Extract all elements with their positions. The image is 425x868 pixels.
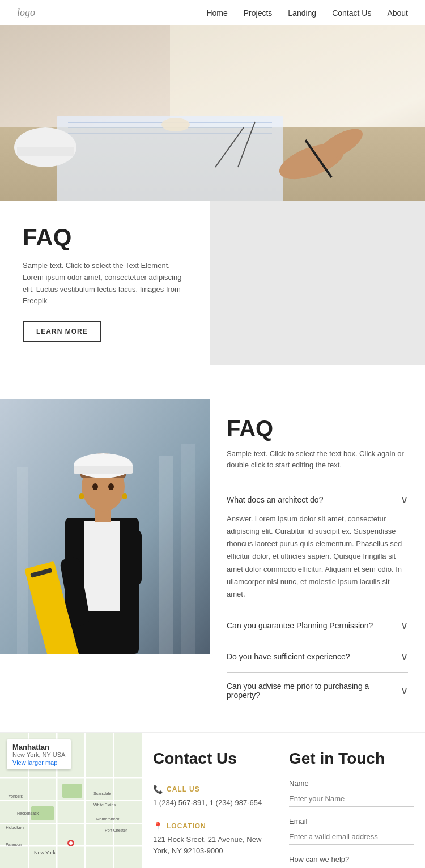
message-field-group: How can we help? — [289, 855, 414, 868]
faq-question-4[interactable]: Can you advise me prior to purchasing a … — [227, 682, 408, 700]
map-container: New York Hoboken White Plains Yonkers Ha… — [0, 733, 142, 868]
svg-rect-17 — [159, 456, 173, 654]
faq-question-4-text: Can you advise me prior to purchasing a … — [227, 682, 401, 700]
faq-item-3: Do you have sufficient experience? ∨ — [227, 641, 408, 672]
faq-chevron-4: ∨ — [401, 684, 408, 697]
nav-contact[interactable]: Contact Us — [332, 8, 371, 18]
svg-rect-6 — [68, 133, 272, 134]
svg-text:Paterson: Paterson — [6, 843, 22, 846]
map-label: Manhattan New York, NY USA View larger m… — [7, 739, 71, 769]
svg-rect-46 — [62, 784, 82, 798]
navigation: logo Home Projects Landing Contact Us Ab… — [0, 0, 425, 25]
faq-chevron-2: ∨ — [401, 619, 408, 632]
name-input[interactable] — [289, 791, 414, 807]
faq-item-4: Can you advise me prior to purchasing a … — [227, 672, 408, 709]
faq-item-1: What does an architect do? ∨ Answer. Lor… — [227, 484, 408, 610]
svg-point-35 — [122, 493, 128, 499]
svg-text:Hackensack: Hackensack — [17, 811, 39, 815]
faq2-image-panel — [0, 399, 210, 709]
email-field-group: Email — [289, 817, 414, 845]
get-in-touch-panel: Get in Touch Name Email How can we help?… — [278, 733, 425, 868]
contact-section: New York Hoboken White Plains Yonkers Ha… — [0, 732, 425, 868]
svg-point-29 — [108, 483, 114, 490]
nav-about[interactable]: About — [387, 8, 408, 18]
svg-text:Hoboken: Hoboken — [6, 825, 24, 830]
svg-text:New York: New York — [34, 850, 56, 856]
contact-call-block: 📞 CALL US 1 (234) 567-891, 1 (234) 987-6… — [153, 785, 266, 809]
faq-section-1: FAQ Sample text. Click to select the Tex… — [0, 201, 425, 365]
svg-text:Port Chester: Port Chester — [105, 828, 128, 832]
faq-left-panel: FAQ Sample text. Click to select the Tex… — [0, 201, 210, 365]
nav-projects[interactable]: Projects — [244, 8, 273, 18]
contact-info-panel: Contact Us 📞 CALL US 1 (234) 567-891, 1 … — [142, 733, 278, 868]
svg-point-28 — [92, 483, 98, 490]
svg-rect-18 — [181, 444, 196, 654]
name-label: Name — [289, 779, 414, 788]
contact-location-title: 📍 LOCATION — [153, 822, 266, 831]
svg-point-58 — [69, 841, 73, 845]
phone-icon: 📞 — [153, 785, 163, 794]
faq-question-2-text: Can you guarantee Planning Permission? — [227, 621, 373, 630]
faq1-description: Sample text. Click to select the Text El… — [23, 260, 187, 307]
faq-chevron-1: ∨ — [401, 493, 408, 506]
contact-location-value: 121 Rock Sreet, 21 Avenue, New York, NY … — [153, 834, 266, 856]
contact-location-block: 📍 LOCATION 121 Rock Sreet, 21 Avenue, Ne… — [153, 822, 266, 856]
faq-chevron-3: ∨ — [401, 650, 408, 663]
svg-text:Mamaroneck: Mamaroneck — [96, 817, 120, 821]
map-city: Manhattan — [12, 743, 65, 751]
faq2-description: Sample text. Click to select the text bo… — [227, 448, 408, 470]
faq-right-panel — [210, 201, 425, 365]
svg-point-10 — [162, 118, 190, 131]
svg-point-34 — [79, 493, 84, 499]
nav-links: Home Projects Landing Contact Us About — [206, 8, 408, 18]
faq-question-2[interactable]: Can you guarantee Planning Permission? ∨ — [227, 619, 408, 632]
svg-rect-33 — [122, 529, 142, 586]
faq1-title: FAQ — [23, 224, 187, 251]
spacer-1 — [0, 365, 425, 399]
faq-section-2: FAQ Sample text. Click to select the tex… — [0, 399, 425, 732]
svg-text:Scarsdale: Scarsdale — [94, 792, 111, 795]
name-field-group: Name — [289, 779, 414, 807]
svg-rect-27 — [74, 466, 133, 474]
contact-call-title: 📞 CALL US — [153, 785, 266, 794]
faq2-content-panel: FAQ Sample text. Click to select the tex… — [210, 399, 425, 709]
faq-question-1[interactable]: What does an architect do? ∨ — [227, 493, 408, 506]
form-title: Get in Touch — [289, 750, 414, 768]
location-icon: 📍 — [153, 822, 163, 831]
faq-answer-1: Answer. Lorem ipsum dolor sit amet, cons… — [227, 513, 408, 601]
svg-rect-9 — [17, 147, 74, 156]
nav-landing[interactable]: Landing — [288, 8, 316, 18]
nav-home[interactable]: Home — [206, 8, 227, 18]
message-label: How can we help? — [289, 855, 414, 863]
contact-title: Contact Us — [153, 750, 266, 768]
faq-question-1-text: What does an architect do? — [227, 495, 323, 504]
logo: logo — [17, 7, 35, 19]
faq-question-3[interactable]: Do you have sufficient experience? ∨ — [227, 650, 408, 663]
freepik-link-1[interactable]: Freepik — [23, 296, 47, 305]
learn-more-button[interactable]: LEARN MORE — [23, 321, 101, 342]
faq2-image — [0, 399, 210, 654]
faq-item-2: Can you guarantee Planning Permission? ∨ — [227, 610, 408, 641]
contact-call-value: 1 (234) 567-891, 1 (234) 987-654 — [153, 797, 266, 809]
hero-image — [0, 25, 425, 201]
svg-rect-7 — [68, 139, 181, 139]
svg-text:Yonkers: Yonkers — [8, 794, 23, 798]
svg-text:White Plains: White Plains — [94, 803, 116, 807]
faq-question-3-text: Do you have sufficient experience? — [227, 652, 350, 661]
faq2-title: FAQ — [227, 416, 408, 441]
view-larger-map-link[interactable]: View larger map — [12, 759, 65, 766]
svg-rect-21 — [84, 521, 120, 611]
email-label: Email — [289, 817, 414, 826]
map-state: New York, NY USA — [12, 751, 65, 758]
svg-rect-19 — [17, 467, 28, 654]
email-input[interactable] — [289, 829, 414, 845]
